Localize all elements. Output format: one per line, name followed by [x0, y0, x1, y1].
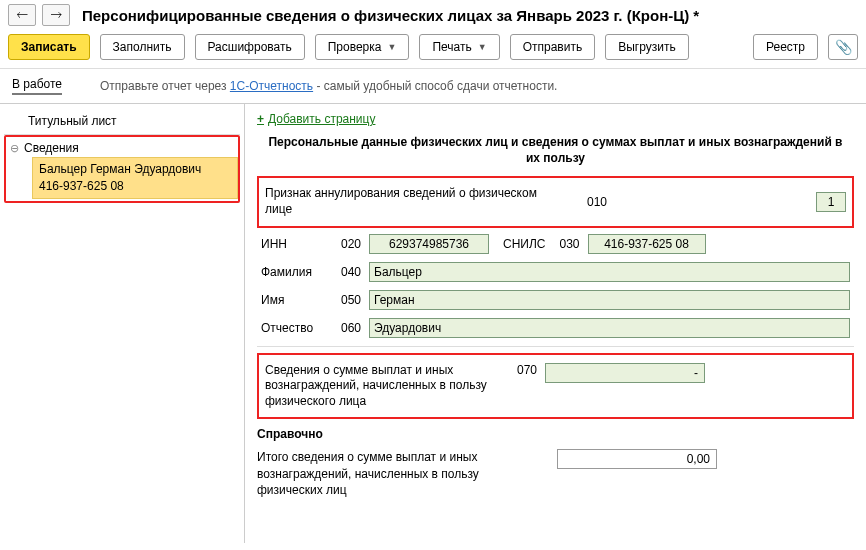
- add-page-link[interactable]: + Добавить страницу: [257, 112, 854, 126]
- sum-field[interactable]: -: [545, 363, 705, 383]
- page-title: Персонифицированные сведения о физически…: [82, 7, 699, 24]
- print-label: Печать: [432, 40, 471, 54]
- registry-button[interactable]: Реестр: [753, 34, 818, 60]
- snils-label: СНИЛС: [503, 237, 546, 251]
- collapse-icon[interactable]: ⊖: [10, 142, 20, 155]
- sum-code: 070: [503, 363, 537, 377]
- tree-item-section[interactable]: ⊖ Сведения: [6, 139, 238, 157]
- name-label: Имя: [261, 293, 319, 307]
- snils-field[interactable]: 416-937-625 08: [588, 234, 706, 254]
- attach-button[interactable]: 📎: [828, 34, 858, 60]
- back-button[interactable]: 🡐: [8, 4, 36, 26]
- status-link[interactable]: 1С-Отчетность: [230, 79, 313, 93]
- tree-section-label: Сведения: [24, 141, 79, 155]
- status-label[interactable]: В работе: [12, 77, 62, 95]
- name-field[interactable]: Герман: [369, 290, 850, 310]
- name-code: 050: [327, 293, 361, 307]
- reference-title: Справочно: [257, 427, 854, 441]
- chevron-down-icon: ▼: [478, 42, 487, 52]
- patr-code: 060: [327, 321, 361, 335]
- decrypt-button[interactable]: Расшифровать: [195, 34, 305, 60]
- inn-code: 020: [327, 237, 361, 251]
- check-label: Проверка: [328, 40, 382, 54]
- print-button[interactable]: Печать▼: [419, 34, 499, 60]
- export-button[interactable]: Выгрузить: [605, 34, 689, 60]
- plus-icon: +: [257, 112, 264, 126]
- content: + Добавить страницу Персональные данные …: [245, 104, 866, 543]
- reference-label: Итого сведения о сумме выплат и иных воз…: [257, 449, 547, 498]
- inn-label: ИНН: [261, 237, 319, 251]
- annul-label: Признак аннулирования сведений о физичес…: [265, 186, 565, 217]
- section-title: Персональные данные физических лиц и све…: [267, 134, 844, 166]
- sum-label: Сведения о сумме выплат и иных вознаграж…: [265, 363, 495, 410]
- send-button[interactable]: Отправить: [510, 34, 596, 60]
- write-button[interactable]: Записать: [8, 34, 90, 60]
- reference-total: 0,00: [557, 449, 717, 469]
- inn-field[interactable]: 629374985736: [369, 234, 489, 254]
- check-button[interactable]: Проверка▼: [315, 34, 410, 60]
- tree-person-snils: 416-937-625 08: [39, 178, 231, 195]
- snils-code: 030: [560, 237, 580, 251]
- annul-code: 010: [573, 195, 607, 209]
- status-text: Отправьте отчет через 1С-Отчетность - са…: [100, 79, 557, 93]
- patr-label: Отчество: [261, 321, 319, 335]
- tree-item-person[interactable]: Бальцер Герман Эдуардович 416-937-625 08: [32, 157, 238, 199]
- fill-button[interactable]: Заполнить: [100, 34, 185, 60]
- fam-label: Фамилия: [261, 265, 319, 279]
- paperclip-icon: 📎: [835, 39, 852, 55]
- annul-field[interactable]: 1: [816, 192, 846, 212]
- patr-field[interactable]: Эдуардович: [369, 318, 850, 338]
- sidebar: Титульный лист ⊖ Сведения Бальцер Герман…: [0, 104, 245, 543]
- fam-field[interactable]: Бальцер: [369, 262, 850, 282]
- chevron-down-icon: ▼: [387, 42, 396, 52]
- tree-item-title-page[interactable]: Титульный лист: [4, 108, 240, 134]
- fam-code: 040: [327, 265, 361, 279]
- tree-person-name: Бальцер Герман Эдуардович: [39, 161, 231, 178]
- forward-button[interactable]: 🡒: [42, 4, 70, 26]
